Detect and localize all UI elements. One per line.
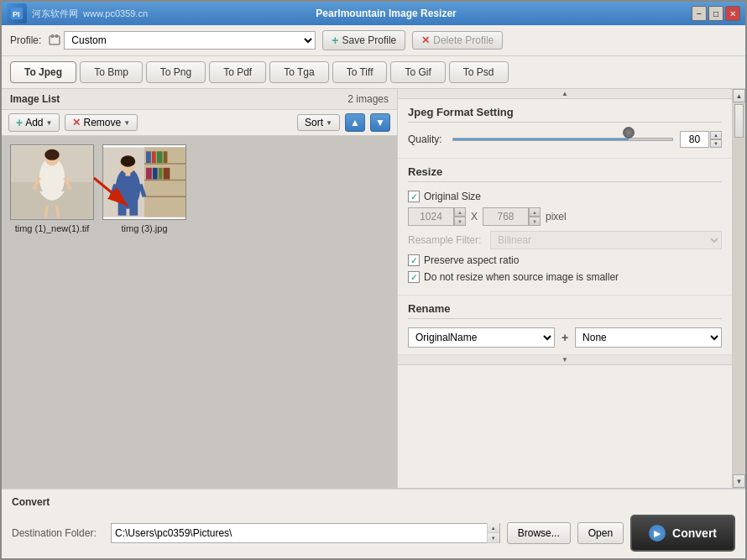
profile-toolbar: Profile: Custom + Save Profile ✕ Delete … xyxy=(2,25,745,56)
scrollbar-track xyxy=(733,102,745,474)
convert-play-icon: ▶ xyxy=(649,525,666,542)
convert-button[interactable]: ▶ Convert xyxy=(630,515,735,552)
watermark-site: 河东软件网 xyxy=(32,8,78,20)
add-label: Add xyxy=(25,117,43,128)
resize-section-title: Resize xyxy=(408,165,722,182)
rename-none-select[interactable]: None xyxy=(575,327,722,348)
tab-to-tga[interactable]: To Tga xyxy=(269,61,328,83)
preserve-aspect-label[interactable]: Preserve aspect ratio xyxy=(408,254,519,266)
dest-spin-down[interactable]: ▼ xyxy=(488,533,499,543)
open-button[interactable]: Open xyxy=(577,522,624,544)
profile-dropdown[interactable]: Custom xyxy=(64,31,316,50)
image-list-header: Image List 2 images xyxy=(2,89,397,110)
width-spin-up[interactable]: ▲ xyxy=(454,207,466,217)
convert-title: Convert xyxy=(12,496,735,508)
right-panel-container: ▲ Jpeg Format Setting Quality: xyxy=(398,89,745,488)
tab-to-tiff[interactable]: To Tiff xyxy=(332,61,388,83)
maximize-button[interactable]: □ xyxy=(708,6,723,21)
scrollbar-thumb[interactable] xyxy=(734,104,744,138)
remove-dropdown-arrow: ▼ xyxy=(123,119,130,127)
title-bar: PI 河东软件网 www.pc0359.cn Pearlmountain Ima… xyxy=(2,2,745,25)
width-input[interactable] xyxy=(408,207,454,226)
sort-button[interactable]: Sort ▼ xyxy=(297,114,340,131)
rename-plus: + xyxy=(562,331,568,344)
quality-slider-thumb[interactable] xyxy=(623,127,635,139)
tab-to-gif[interactable]: To Gif xyxy=(390,61,445,83)
resize-section: Resize Original Size ▲ ▼ xyxy=(398,159,732,296)
no-resize-smaller-label[interactable]: Do not resize when source image is small… xyxy=(408,271,619,283)
quality-spin-up[interactable]: ▲ xyxy=(710,131,722,139)
height-spin-up[interactable]: ▲ xyxy=(529,207,541,217)
title-bar-left: PI 河东软件网 www.pc0359.cn xyxy=(7,3,148,24)
delete-profile-button[interactable]: ✕ Delete Profile xyxy=(412,31,503,50)
preserve-aspect-text: Preserve aspect ratio xyxy=(424,254,519,266)
x-icon: ✕ xyxy=(421,34,430,46)
quality-slider-track xyxy=(452,138,673,141)
preserve-aspect-row: Preserve aspect ratio xyxy=(408,254,722,266)
svg-point-30 xyxy=(121,155,136,167)
scrollbar-down-button[interactable]: ▼ xyxy=(733,474,745,488)
image-grid: timg (1)_new(1).tif xyxy=(2,136,397,488)
no-resize-smaller-checkbox[interactable] xyxy=(408,271,420,283)
quality-slider[interactable] xyxy=(452,131,673,148)
tab-to-png[interactable]: To Png xyxy=(146,61,206,83)
dest-input-box: ▲ ▼ xyxy=(111,523,500,543)
move-up-button[interactable]: ▲ xyxy=(345,113,365,132)
image-thumbnail-2 xyxy=(102,144,186,220)
original-size-row: Original Size xyxy=(408,191,722,202)
list-item[interactable]: timg (3).jpg xyxy=(102,144,186,233)
scroll-top: ▲ xyxy=(398,89,732,99)
remove-button[interactable]: ✕ Remove ▼ xyxy=(65,114,138,131)
dest-spin: ▲ ▼ xyxy=(487,523,499,543)
tab-to-jpeg[interactable]: To Jpeg xyxy=(10,61,76,83)
scrollbar-up-button[interactable]: ▲ xyxy=(733,89,745,102)
browse-button[interactable]: Browse... xyxy=(507,522,571,544)
quality-spin-buttons: ▲ ▼ xyxy=(710,131,722,148)
svg-line-13 xyxy=(45,205,47,217)
dimension-separator: X xyxy=(471,211,478,222)
quality-label: Quality: xyxy=(408,133,446,145)
left-panel: Image List 2 images + Add ▼ ✕ Remove ▼ S… xyxy=(2,89,398,488)
original-size-checkbox[interactable] xyxy=(408,191,420,202)
save-profile-button[interactable]: + Save Profile xyxy=(322,30,405,50)
resample-select[interactable]: Bilinear xyxy=(490,231,722,249)
quality-input[interactable] xyxy=(680,131,709,148)
svg-rect-21 xyxy=(152,151,156,163)
convert-row: Destination Folder: ▲ ▼ Browse... Open ▶… xyxy=(12,515,735,552)
profile-select-container: Custom xyxy=(48,31,316,50)
move-down-button[interactable]: ▼ xyxy=(370,113,390,132)
minimize-button[interactable]: − xyxy=(692,6,707,21)
svg-rect-25 xyxy=(153,168,158,180)
close-button[interactable]: ✕ xyxy=(725,6,740,21)
right-scrollbar[interactable]: ▲ ▼ xyxy=(732,89,745,488)
remove-x-icon: ✕ xyxy=(72,117,81,128)
image-list-toolbar: + Add ▼ ✕ Remove ▼ Sort ▼ ▲ ▼ xyxy=(2,110,397,136)
no-resize-smaller-text: Do not resize when source image is small… xyxy=(424,271,619,283)
dest-label: Destination Folder: xyxy=(12,527,104,539)
svg-line-14 xyxy=(56,205,58,217)
svg-rect-26 xyxy=(159,168,163,180)
rename-original-select[interactable]: OriginalName xyxy=(408,327,555,348)
add-button[interactable]: + Add ▼ xyxy=(8,113,60,132)
original-size-checkbox-label[interactable]: Original Size xyxy=(408,191,481,202)
rename-section-title: Rename xyxy=(408,302,722,319)
save-profile-label: Save Profile xyxy=(342,34,397,46)
width-spin-down[interactable]: ▼ xyxy=(454,217,466,226)
preserve-aspect-checkbox[interactable] xyxy=(408,254,420,266)
convert-section: Convert Destination Folder: ▲ ▼ Browse..… xyxy=(2,488,745,558)
format-tabs: To Jpeg To Bmp To Png To Pdf To Tga To T… xyxy=(2,56,745,89)
profile-label: Profile: xyxy=(10,34,41,46)
svg-rect-24 xyxy=(146,168,152,180)
svg-rect-27 xyxy=(164,168,170,180)
height-spin-down[interactable]: ▼ xyxy=(529,217,541,226)
tab-to-bmp[interactable]: To Bmp xyxy=(80,61,143,83)
quality-slider-fill xyxy=(453,139,629,140)
list-item[interactable]: timg (1)_new(1).tif xyxy=(10,144,94,233)
dest-spin-up[interactable]: ▲ xyxy=(488,523,499,533)
tab-to-psd[interactable]: To Psd xyxy=(449,61,509,83)
tab-to-pdf[interactable]: To Pdf xyxy=(209,61,266,83)
quality-value-box: ▲ ▼ xyxy=(680,131,722,148)
quality-spin-down[interactable]: ▼ xyxy=(710,139,722,148)
dest-folder-input[interactable] xyxy=(112,524,487,542)
height-input[interactable] xyxy=(483,207,529,226)
